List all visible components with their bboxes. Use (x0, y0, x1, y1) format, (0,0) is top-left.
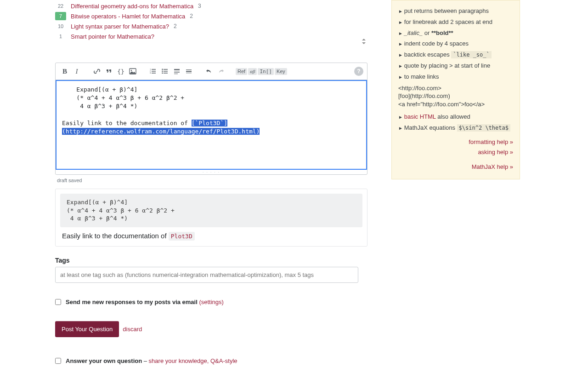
svg-point-5 (162, 69, 163, 70)
related-item[interactable]: 10 Light syntax parser for Mathematica? … (55, 22, 368, 30)
editor: B I {} 123 (55, 63, 368, 175)
help-tip: indent code by 4 spaces (398, 39, 513, 49)
formatting-help-link[interactable]: formatting help » (398, 138, 513, 147)
scrollbar-stub[interactable] (362, 40, 367, 44)
bold-button[interactable]: B (59, 66, 70, 77)
related-link[interactable]: Differential geometry add-ons for Mathem… (71, 3, 193, 10)
svg-point-7 (162, 72, 163, 74)
ref-button[interactable]: Ref (236, 68, 247, 75)
related-item[interactable]: 1 Smart pointer for Mathematica? (55, 32, 368, 40)
related-item[interactable]: 7 Bitwise operators - Hamlet for Mathema… (55, 12, 368, 20)
preview-text: Easily link to the documentation of Plot… (56, 232, 367, 240)
draft-status: draft saved (55, 175, 368, 186)
help-tip: backtick escapes `like _so_` (398, 50, 513, 60)
related-link[interactable]: Bitwise operators - Hamlet for Mathemati… (71, 13, 185, 20)
vote-count: 7 (55, 12, 66, 20)
tags-input[interactable] (55, 267, 358, 283)
quote-button[interactable] (103, 66, 114, 77)
related-link[interactable]: Light syntax parser for Mathematica? (71, 23, 169, 30)
answer-count: 2 (190, 13, 193, 19)
svg-text:3: 3 (150, 72, 151, 74)
editor-help-icon[interactable]: ? (354, 67, 363, 76)
asking-help-link[interactable]: asking help » (398, 148, 513, 157)
vote-count: 22 (55, 2, 66, 10)
redo-button[interactable] (215, 66, 226, 77)
vote-count: 1 (55, 32, 66, 40)
email-notify-checkbox[interactable] (55, 299, 61, 305)
help-tip: quote by placing > at start of line (398, 61, 513, 71)
svg-point-1 (131, 70, 132, 71)
image-button[interactable] (127, 66, 138, 77)
ulist-button[interactable] (159, 66, 170, 77)
selection: (http://reference.wolfram.com/language/r… (62, 128, 260, 135)
preview-panel: Expand[(α + β)^4] (* α^4 + 4 α^3 β + 6 α… (55, 189, 368, 247)
undo-button[interactable] (204, 66, 215, 77)
editor-toolbar: B I {} 123 (56, 63, 367, 80)
code-button[interactable]: {} (115, 66, 126, 77)
inout-button[interactable]: In[] (258, 68, 274, 75)
basic-html-link[interactable]: basic HTML (404, 113, 436, 120)
key-button[interactable]: Key (275, 68, 287, 75)
help-tip: put returns between paragraphs (398, 6, 513, 16)
email-notify-label: Send me new responses to my posts via em… (66, 299, 198, 305)
svg-point-6 (162, 70, 163, 72)
self-answer-label: Answer your own question (66, 357, 142, 364)
help-tip: MathJaX equations $\sin^2 \theta$ (398, 123, 513, 133)
resize-grip[interactable]: · · · · · (56, 170, 367, 174)
help-tip: to make links (398, 72, 513, 82)
heading-button[interactable] (171, 66, 182, 77)
link-button[interactable] (91, 66, 102, 77)
answer-count: 3 (198, 3, 201, 9)
formatting-help-panel: put returns between paragraphs for lineb… (391, 0, 520, 179)
self-answer-checkbox[interactable] (55, 358, 61, 364)
hr-button[interactable] (183, 66, 194, 77)
post-question-button[interactable]: Post Your Question (55, 321, 119, 337)
olist-button[interactable]: 123 (147, 66, 158, 77)
preview-inline-code[interactable]: Plot3D (169, 232, 195, 241)
related-link[interactable]: Smart pointer for Mathematica? (71, 33, 154, 40)
related-questions: 22 Differential geometry add-ons for Mat… (55, 2, 368, 46)
help-links-sample: <http://foo.com> [foo](http://foo.com) <… (398, 83, 513, 111)
selection: [`Plot3D`] (192, 120, 227, 126)
related-item[interactable]: 22 Differential geometry add-ons for Mat… (55, 2, 368, 10)
mathjax-help-link[interactable]: MathJaX help » (398, 162, 513, 172)
help-tip: basic HTML also allowed (398, 112, 513, 122)
self-answer-link[interactable]: share your knowledge, Q&A-style (149, 357, 237, 364)
help-tip: _italic_ or **bold** (398, 29, 513, 38)
vote-count: 10 (55, 22, 66, 30)
tags-label: Tags (55, 257, 368, 264)
editor-textarea[interactable]: Expand[(α + β)^4] (* α^4 + 4 α^3 β + 6 α… (56, 80, 367, 170)
answer-count: 2 (174, 23, 177, 29)
notify-settings-link[interactable]: (settings) (199, 299, 223, 305)
greek-button[interactable]: αβ (248, 68, 257, 75)
italic-button[interactable]: I (71, 66, 82, 77)
help-tip: for linebreak add 2 spaces at end (398, 17, 513, 27)
preview-codeblock: Expand[(α + β)^4] (* α^4 + 4 α^3 β + 6 α… (60, 194, 362, 227)
discard-link[interactable]: discard (123, 326, 142, 333)
